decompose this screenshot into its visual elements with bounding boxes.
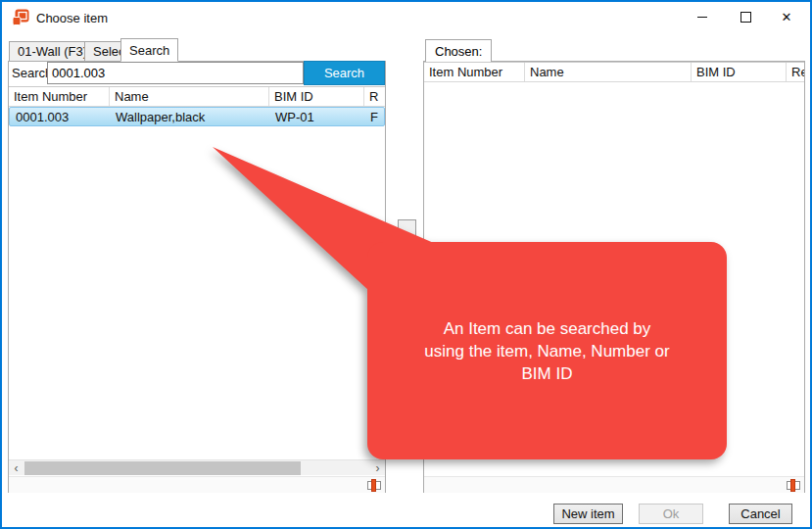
scrollbar-thumb[interactable]: [24, 461, 301, 475]
close-button[interactable]: ✕: [765, 2, 808, 31]
scroll-left-icon[interactable]: ‹: [9, 460, 24, 476]
results-table-header: Item Number Name BIM ID R: [9, 86, 385, 107]
column-header-name[interactable]: Name: [110, 87, 269, 106]
right-panel-footer-strip: [424, 476, 804, 493]
cell-item-number: 0001.003: [10, 108, 110, 125]
cell-name: Wallpaper,black: [110, 108, 269, 125]
left-panel-footer-strip: [9, 476, 385, 493]
minimize-icon: [697, 17, 707, 18]
scroll-right-icon[interactable]: ›: [370, 460, 385, 476]
cell-r: F: [364, 108, 384, 125]
title-bar[interactable]: Choose item ✕: [2, 2, 810, 35]
column-header-bim-id[interactable]: BIM ID: [692, 63, 787, 81]
cancel-button[interactable]: Cancel: [729, 504, 792, 524]
table-row[interactable]: 0001.003 Wallpaper,black WP-01 F: [9, 107, 385, 126]
column-header-bim-id[interactable]: BIM ID: [269, 87, 364, 106]
cell-bim-id: WP-01: [269, 108, 364, 125]
maximize-button[interactable]: [724, 2, 767, 31]
maximize-icon: [740, 12, 751, 23]
column-header-item-number[interactable]: Item Number: [424, 63, 525, 81]
tab-01-wall-f3[interactable]: 01-Wall (F3): [9, 41, 96, 62]
chosen-table-header: Item Number Name BIM ID Res: [424, 62, 804, 82]
ok-button[interactable]: Ok: [639, 504, 703, 524]
app-icon: [12, 9, 29, 26]
tab-chosen[interactable]: Chosen:: [425, 39, 492, 62]
new-item-button[interactable]: New item: [553, 504, 623, 524]
column-header-name[interactable]: Name: [525, 63, 692, 81]
choose-item-dialog: Choose item ✕ 01-Wall (F3) Select Search…: [0, 0, 812, 529]
tab-search[interactable]: Search: [120, 38, 178, 62]
minimize-button[interactable]: [681, 2, 724, 31]
item-library-icon[interactable]: [366, 478, 382, 493]
chosen-panel: [423, 61, 805, 493]
column-header-item-number[interactable]: Item Number: [9, 87, 110, 106]
column-header-res[interactable]: Res: [787, 63, 804, 81]
close-icon: ✕: [782, 10, 792, 24]
search-input[interactable]: [47, 62, 304, 84]
column-header-r[interactable]: R: [364, 87, 385, 106]
horizontal-scrollbar[interactable]: ‹ ›: [9, 459, 385, 475]
search-button[interactable]: Search: [304, 61, 385, 85]
item-library-icon[interactable]: [786, 478, 801, 493]
window-title: Choose item: [36, 11, 108, 25]
move-item-button[interactable]: [398, 219, 416, 238]
